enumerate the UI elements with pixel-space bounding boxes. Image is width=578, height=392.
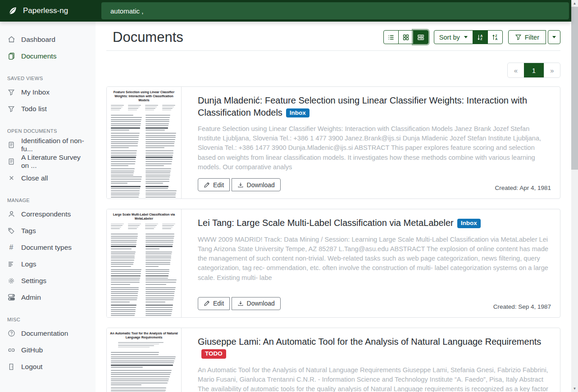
sort-by-label: Sort by [439, 34, 460, 41]
tag-badge-inbox[interactable]: Inbox [286, 108, 309, 118]
sidebar-item-label: Logs [21, 260, 36, 268]
list-view-button[interactable] [383, 30, 399, 44]
brand-logo[interactable]: Paperless-ng [0, 0, 96, 22]
house-icon [7, 36, 15, 44]
header-divider [106, 50, 560, 51]
sidebar-item-label: Todo list [21, 105, 47, 113]
grid-view-button[interactable] [398, 30, 414, 44]
search-input[interactable] [101, 2, 569, 19]
download-button[interactable]: Download [232, 178, 281, 191]
sidebar-item-admin[interactable]: Admin [0, 289, 96, 306]
document-card: Feature Selection using Linear Classifie… [106, 86, 560, 199]
pagination-next[interactable]: » [544, 63, 560, 77]
sidebar-item-label: Identification of non-fu... [21, 137, 88, 153]
sidebar-item-label: Correspondents [21, 210, 71, 218]
gear-icon [7, 277, 15, 285]
sidebar-item-tags[interactable]: Tags [0, 222, 96, 239]
sort-alpha-down-icon: AZ [477, 34, 484, 41]
document-card: An Automatic Tool for the Analysis of Na… [106, 328, 560, 392]
scrollbar-up-arrow[interactable]: ▲ [571, 0, 578, 7]
filter-button[interactable]: Filter [508, 30, 546, 44]
document-thumbnail[interactable]: An Automatic Tool for the Analysis of Na… [107, 328, 182, 392]
document-title-text: Dunja Mladenić: Feature Selection using … [198, 95, 527, 117]
details-view-button[interactable] [413, 30, 428, 44]
sidebar-item-logout[interactable]: Logout [0, 358, 96, 375]
funnel-icon [515, 34, 522, 41]
sidebar-item-logs[interactable]: Logs [0, 256, 96, 272]
main-content: Documents [96, 22, 571, 392]
page-title: Documents [113, 29, 183, 45]
sidebar: Dashboard Documents SAVED VIEWS My Inbox [0, 22, 96, 392]
sidebar-item-github[interactable]: GitHub [0, 342, 96, 358]
document-thumbnail[interactable]: Large Scale Multi-Label Classification v… [107, 209, 182, 317]
edit-label: Edit [213, 300, 224, 307]
brand-title: Paperless-ng [23, 6, 68, 15]
document-title[interactable]: Lei Tang: Large Scale Multi-Label Classi… [198, 217, 551, 229]
document-title[interactable]: Dunja Mladenić: Feature Selection using … [198, 95, 551, 118]
sidebar-item-documents[interactable]: Documents [0, 48, 96, 64]
svg-text:Z: Z [480, 37, 482, 41]
top-navbar: Paperless-ng [0, 0, 571, 22]
funnel-icon [7, 105, 15, 113]
sidebar-item-todo-list[interactable]: Todo list [0, 100, 96, 117]
sidebar-item-open-doc-2[interactable]: A Literature Survey on ... [0, 153, 96, 170]
document-excerpt: WWW 2009 MADRID! Track: Data Mining / Se… [198, 235, 551, 283]
pagination-page-1[interactable]: 1 [524, 63, 544, 77]
tag-badge-inbox[interactable]: Inbox [457, 219, 481, 228]
list-view-icon [387, 34, 395, 41]
door-icon [7, 363, 15, 371]
sort-by-dropdown[interactable]: Sort by [434, 30, 473, 44]
sidebar-item-my-inbox[interactable]: My Inbox [0, 84, 96, 100]
sidebar-item-label: Settings [21, 277, 46, 285]
sidebar-item-documentation[interactable]: Documentation [0, 325, 96, 342]
sidebar-item-label: Dashboard [21, 36, 55, 44]
created-date: Created: Sep 4, 1987 [493, 303, 551, 310]
sort-ascending-button[interactable]: AZ [473, 30, 488, 44]
download-icon [237, 300, 244, 306]
sidebar-item-settings[interactable]: Settings [0, 272, 96, 289]
grid-view-icon [402, 34, 410, 41]
scrollbar-down-arrow[interactable]: ▼ [571, 385, 578, 392]
document-excerpt: Feature Selection using Linear Classifie… [198, 124, 551, 172]
sidebar-item-correspondents[interactable]: Correspondents [0, 206, 96, 222]
sidebar-section-manage: MANAGE [7, 198, 88, 203]
document-title-text: Giuseppe Lami: An Automatic Tool for the… [198, 337, 541, 347]
created-date: Created: Apr 4, 1981 [495, 185, 551, 191]
document-actions: Edit Download [198, 297, 281, 310]
document-actions: Edit Download [198, 178, 281, 191]
edit-button[interactable]: Edit [198, 297, 230, 310]
tag-badge-todo[interactable]: TODO [201, 349, 226, 359]
funnel-icon [7, 88, 15, 96]
filter-label: Filter [525, 34, 539, 41]
document-title[interactable]: Giuseppe Lami: An Automatic Tool for the… [198, 336, 551, 360]
document-excerpt: An Automatic Tool for the Analysis of Na… [198, 365, 551, 392]
document-card-body: Giuseppe Lami: An Automatic Tool for the… [182, 328, 560, 392]
sort-group: Sort by AZ ZA [434, 30, 503, 44]
sidebar-item-label: GitHub [21, 346, 43, 354]
document-thumbnail[interactable]: Feature Selection using Linear Classifie… [107, 87, 182, 198]
pagination: « 1 » [507, 63, 560, 78]
document-card-body: Lei Tang: Large Scale Multi-Label Classi… [182, 209, 560, 317]
sidebar-item-document-types[interactable]: # Document types [0, 239, 96, 256]
edit-button[interactable]: Edit [198, 178, 230, 191]
sort-descending-button[interactable]: ZA [487, 30, 503, 44]
chevron-down-icon [552, 36, 556, 38]
sidebar-item-dashboard[interactable]: Dashboard [0, 31, 96, 48]
document-list: Feature Selection using Linear Classifie… [106, 86, 560, 392]
details-view-icon [417, 34, 424, 41]
text-left-icon [7, 260, 15, 268]
x-icon [7, 174, 15, 182]
download-label: Download [247, 181, 275, 189]
sidebar-item-open-doc-1[interactable]: Identification of non-fu... [0, 136, 96, 153]
svg-text:Z: Z [495, 34, 497, 37]
document-card: Large Scale Multi-Label Classification v… [106, 209, 560, 317]
scrollbar-thumb[interactable] [571, 7, 578, 170]
sidebar-item-close-all[interactable]: Close all [0, 170, 96, 186]
filter-dropdown-toggle[interactable] [548, 30, 560, 44]
download-button[interactable]: Download [232, 297, 281, 310]
pagination-prev[interactable]: « [508, 63, 524, 77]
sidebar-item-label: Tags [21, 227, 36, 235]
download-label: Download [247, 300, 275, 307]
download-icon [237, 182, 244, 188]
hash-icon: # [7, 243, 15, 252]
